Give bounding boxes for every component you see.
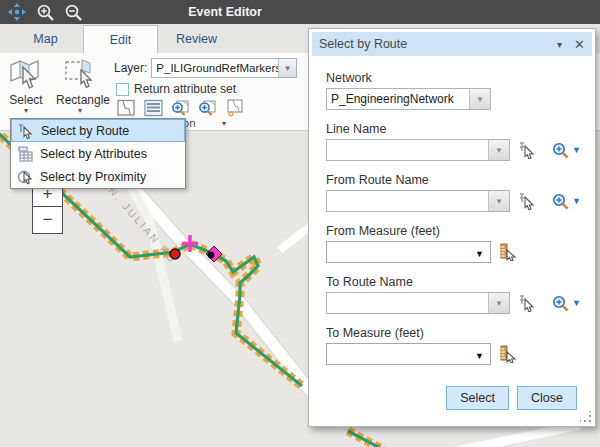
to-route-select-on-map-icon[interactable] xyxy=(518,294,536,312)
select-tool-label: Select xyxy=(2,93,50,107)
network-label: Network xyxy=(326,71,581,85)
to-route-dropdown[interactable]: ▼ xyxy=(326,292,510,314)
panel-title: Select by Route xyxy=(319,37,557,51)
from-route-value xyxy=(327,191,488,211)
select-tool-button[interactable]: Select ▾ xyxy=(2,56,50,115)
select-tool-icon xyxy=(2,56,50,92)
panel-resize-grip[interactable] xyxy=(580,411,592,423)
return-attribute-set-label: Return attribute set xyxy=(134,82,236,96)
to-measure-label: To Measure (feet) xyxy=(326,326,581,340)
line-name-dropdown[interactable]: ▼ xyxy=(326,139,510,161)
menu-item-select-by-attributes[interactable]: Select by Attributes xyxy=(11,142,185,165)
to-measure-dropdown[interactable]: ▼ xyxy=(326,343,491,365)
to-route-field: To Route Name ▼ xyxy=(326,275,581,314)
tab-edit[interactable]: Edit xyxy=(83,25,158,53)
network-dropdown[interactable]: P_EngineeringNetwork ▼ xyxy=(326,88,491,110)
rectangle-tool-button[interactable]: Rectangle ▾ xyxy=(56,56,104,115)
to-route-zoom-icon[interactable] xyxy=(552,295,569,312)
close-button[interactable]: Close xyxy=(517,386,577,410)
app-title: Event Editor xyxy=(170,0,280,24)
from-measure-label: From Measure (feet) xyxy=(326,224,581,238)
to-route-zoom-caret-icon[interactable]: ▼ xyxy=(572,298,581,308)
from-measure-value xyxy=(327,242,490,262)
layer-label: Layer: xyxy=(114,61,147,75)
line-name-field: Line Name ▼ xyxy=(326,122,581,161)
select-by-proximity-icon xyxy=(15,168,35,185)
layer-dropdown-value: P_ILIGroundRefMarkers xyxy=(152,59,277,77)
line-name-value xyxy=(327,140,488,160)
attributes-list-icon[interactable] xyxy=(141,97,165,119)
rectangle-tool-dropdown-caret[interactable]: ▾ xyxy=(56,107,104,115)
map-zoom-out-button[interactable]: − xyxy=(33,207,62,233)
from-route-select-on-map-icon[interactable] xyxy=(518,192,536,210)
menu-item-select-by-route[interactable]: Select by Route xyxy=(11,119,185,142)
network-dropdown-caret-icon[interactable]: ▼ xyxy=(469,89,490,109)
to-measure-value xyxy=(327,344,490,364)
line-name-label: Line Name xyxy=(326,122,581,136)
select-by-route-panel: Select by Route ▾ ✕ Network P_Engineerin… xyxy=(308,28,596,427)
from-route-dropdown[interactable]: ▼ xyxy=(326,190,510,212)
line-zoom-icon[interactable] xyxy=(552,142,569,159)
zoom-out-icon[interactable] xyxy=(62,2,84,22)
selection-options-icon[interactable] xyxy=(222,97,246,119)
pan-tool-icon[interactable] xyxy=(6,2,28,22)
panel-title-bar[interactable]: Select by Route ▾ ✕ xyxy=(312,32,592,56)
select-by-attributes-icon xyxy=(15,145,35,162)
select-button[interactable]: Select xyxy=(446,386,509,410)
select-dropdown-menu: Select by Route Select by Attributes Sel… xyxy=(10,118,186,189)
line-name-dropdown-caret-icon[interactable]: ▼ xyxy=(488,140,509,160)
select-tool-dropdown-caret[interactable]: ▾ xyxy=(2,107,50,115)
from-route-dropdown-caret-icon[interactable]: ▼ xyxy=(488,191,509,211)
from-measure-on-map-icon[interactable] xyxy=(499,243,517,261)
select-features-icon[interactable] xyxy=(114,97,138,119)
to-route-dropdown-caret-icon[interactable]: ▼ xyxy=(488,293,509,313)
menu-item-label: Select by Proximity xyxy=(40,170,146,184)
to-route-label: To Route Name xyxy=(326,275,581,289)
zoom-in-icon[interactable] xyxy=(34,2,56,22)
to-measure-field: To Measure (feet) ▼ xyxy=(326,326,581,365)
from-route-label: From Route Name xyxy=(326,173,581,187)
menu-item-select-by-proximity[interactable]: Select by Proximity xyxy=(11,165,185,188)
tab-review[interactable]: Review xyxy=(158,25,235,53)
panel-close-icon[interactable]: ✕ xyxy=(574,37,585,52)
line-zoom-caret-icon[interactable]: ▼ xyxy=(572,145,581,155)
from-route-zoom-icon[interactable] xyxy=(552,193,569,210)
from-measure-field: From Measure (feet) ▼ xyxy=(326,224,581,263)
network-field: Network P_EngineeringNetwork ▼ xyxy=(326,71,581,110)
select-by-route-icon xyxy=(16,122,36,139)
red-point-marker xyxy=(170,249,180,259)
layer-dropdown-caret-icon[interactable]: ▼ xyxy=(278,59,297,77)
menu-item-label: Select by Route xyxy=(41,124,129,138)
return-attribute-set-option[interactable]: Return attribute set xyxy=(116,82,236,96)
layer-dropdown[interactable]: P_ILIGroundRefMarkers ▼ xyxy=(151,58,297,78)
zoom-to-feature-icon[interactable] xyxy=(195,97,219,119)
from-route-zoom-caret-icon[interactable]: ▼ xyxy=(572,196,581,206)
to-measure-caret-icon[interactable]: ▼ xyxy=(475,351,484,361)
panel-buttons: Select Close xyxy=(326,386,581,410)
line-select-on-map-icon[interactable] xyxy=(518,141,536,159)
event-editor-window: N. JULIAN RD + − xyxy=(0,0,600,447)
menu-item-label: Select by Attributes xyxy=(40,147,147,161)
panel-body: Network P_EngineeringNetwork ▼ Line Name… xyxy=(309,59,595,426)
app-header: Event Editor xyxy=(0,0,600,24)
return-attribute-set-checkbox[interactable] xyxy=(116,83,129,96)
network-value: P_EngineeringNetwork xyxy=(327,89,469,109)
to-measure-on-map-icon[interactable] xyxy=(499,345,517,363)
from-route-field: From Route Name ▼ xyxy=(326,173,581,212)
rectangle-tool-icon xyxy=(56,56,104,92)
from-measure-dropdown[interactable]: ▼ xyxy=(326,241,491,263)
from-measure-caret-icon[interactable]: ▼ xyxy=(475,249,484,259)
zoom-to-selection-icon[interactable] xyxy=(168,97,192,119)
rectangle-tool-label: Rectangle xyxy=(56,93,104,107)
to-route-value xyxy=(327,293,488,313)
panel-menu-caret-icon[interactable]: ▾ xyxy=(557,39,562,50)
tab-map[interactable]: Map xyxy=(8,25,83,53)
